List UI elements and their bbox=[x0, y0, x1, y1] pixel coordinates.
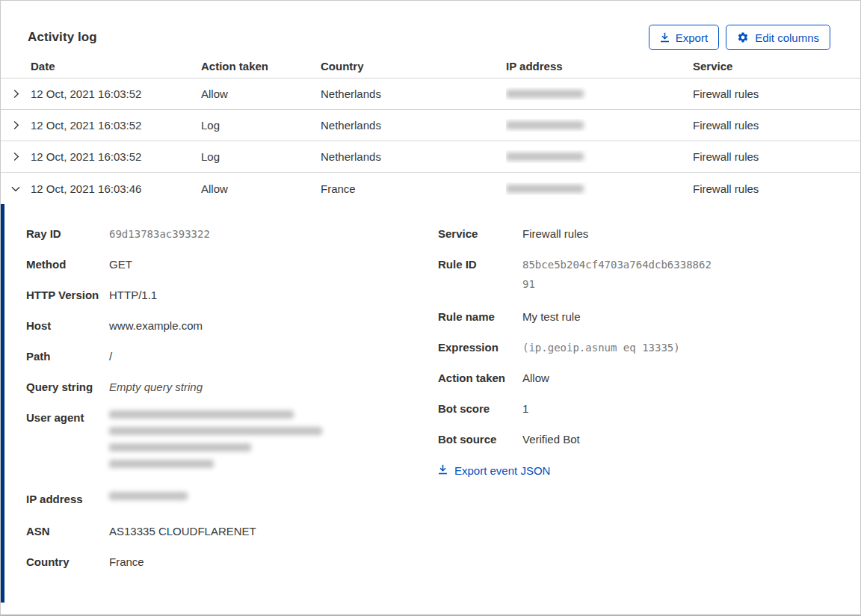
date-cell: 12 Oct, 2021 16:03:52 bbox=[31, 87, 201, 100]
detail-value: Empty query string bbox=[109, 380, 203, 395]
country-cell: France bbox=[321, 182, 506, 195]
country-cell: Netherlands bbox=[321, 87, 506, 100]
detail-label: Path bbox=[26, 349, 109, 364]
gear-icon bbox=[737, 31, 749, 43]
detail-value: Allow bbox=[522, 371, 549, 386]
detail-row: ASNAS13335 CLOUDFLARENET bbox=[26, 524, 385, 539]
page-title: Activity log bbox=[28, 30, 97, 45]
expand-row-button[interactable] bbox=[9, 182, 22, 195]
chevron-right-icon bbox=[11, 152, 21, 161]
detail-value: HTTP/1.1 bbox=[109, 288, 157, 303]
edit-columns-button[interactable]: Edit columns bbox=[726, 25, 830, 50]
export-event-json-label: Export event JSON bbox=[454, 464, 550, 477]
detail-label: IP address bbox=[26, 492, 109, 507]
redacted-line bbox=[109, 443, 251, 452]
redacted-value bbox=[109, 410, 322, 476]
detail-row: MethodGET bbox=[26, 257, 385, 272]
ip-address-cell bbox=[506, 182, 693, 195]
ip-address-cell bbox=[506, 150, 693, 163]
redacted-line bbox=[109, 427, 322, 435]
ip-address-cell bbox=[506, 87, 693, 100]
redacted-line bbox=[109, 460, 214, 468]
detail-row: Action takenAllow bbox=[438, 371, 845, 386]
chevron-right-icon bbox=[11, 89, 21, 99]
detail-value: Firewall rules bbox=[522, 227, 588, 241]
service-cell: Firewall rules bbox=[693, 87, 860, 100]
detail-label: Expression bbox=[438, 340, 522, 355]
detail-left-column: Ray ID69d13783ac393322MethodGETHTTP Vers… bbox=[26, 227, 385, 585]
date-cell: 12 Oct, 2021 16:03:52 bbox=[31, 119, 201, 132]
detail-value: / bbox=[109, 349, 112, 364]
column-header-action: Action taken bbox=[201, 60, 321, 73]
detail-row: User agent bbox=[26, 410, 385, 476]
edit-columns-button-label: Edit columns bbox=[755, 31, 819, 44]
detail-label: Service bbox=[438, 227, 522, 241]
redacted-ip bbox=[506, 153, 584, 161]
chevron-down-icon bbox=[10, 184, 21, 194]
detail-label: User agent bbox=[26, 410, 109, 425]
detail-value: France bbox=[109, 555, 144, 570]
detail-value: My test rule bbox=[522, 309, 581, 324]
service-cell: Firewall rules bbox=[693, 182, 860, 195]
detail-label: Bot score bbox=[438, 401, 522, 416]
table-row[interactable]: 12 Oct, 2021 16:03:52 Log Netherlands Fi… bbox=[1, 141, 860, 173]
redacted-value bbox=[109, 492, 188, 508]
action-taken-cell: Allow bbox=[201, 87, 321, 100]
detail-value: 1 bbox=[522, 401, 528, 416]
header: Activity log Export Edit columns bbox=[1, 1, 860, 55]
expand-row-button[interactable] bbox=[10, 150, 22, 163]
date-cell: 12 Oct, 2021 16:03:52 bbox=[31, 150, 201, 163]
date-cell: 12 Oct, 2021 16:03:46 bbox=[31, 182, 201, 195]
detail-row: Hostwww.example.com bbox=[26, 318, 385, 333]
export-button[interactable]: Export bbox=[649, 25, 719, 50]
detail-label: Query string bbox=[26, 380, 109, 395]
redacted-ip bbox=[506, 185, 584, 193]
detail-value: Verified Bot bbox=[522, 432, 580, 447]
country-cell: Netherlands bbox=[321, 150, 506, 163]
export-event-json-link[interactable]: Export event JSON bbox=[438, 464, 550, 477]
column-header-service: Service bbox=[693, 60, 860, 73]
expand-row-button[interactable] bbox=[10, 119, 22, 132]
redacted-ip bbox=[506, 90, 584, 98]
column-header-ip-address: IP address bbox=[506, 60, 693, 73]
detail-row: Rule nameMy test rule bbox=[438, 309, 845, 324]
detail-label: Method bbox=[26, 257, 109, 272]
table-row[interactable]: 12 Oct, 2021 16:03:52 Allow Netherlands … bbox=[1, 78, 860, 110]
detail-row: Bot score1 bbox=[438, 401, 845, 416]
detail-label: ASN bbox=[26, 524, 109, 539]
detail-row: IP address bbox=[26, 492, 385, 508]
export-button-label: Export bbox=[676, 31, 708, 44]
download-icon bbox=[438, 464, 448, 477]
detail-right-column: ServiceFirewall rulesRule ID85bce5b204cf… bbox=[438, 227, 845, 478]
table-row[interactable]: 12 Oct, 2021 16:03:52 Log Netherlands Fi… bbox=[1, 110, 860, 141]
table-body: 12 Oct, 2021 16:03:52 Allow Netherlands … bbox=[1, 78, 860, 204]
detail-value: 69d13783ac393322 bbox=[109, 227, 210, 241]
expand-row-button[interactable] bbox=[10, 87, 22, 100]
detail-label: HTTP Version bbox=[26, 288, 109, 303]
detail-row: Bot sourceVerified Bot bbox=[438, 432, 845, 447]
service-cell: Firewall rules bbox=[693, 150, 860, 163]
detail-label: Host bbox=[26, 318, 109, 333]
toolbar: Export Edit columns bbox=[649, 25, 830, 50]
action-taken-cell: Log bbox=[201, 150, 321, 163]
detail-label: Rule name bbox=[438, 309, 522, 324]
table-header-row: Date Action taken Country IP address Ser… bbox=[1, 55, 860, 78]
detail-row: CountryFrance bbox=[26, 555, 385, 570]
detail-row: Expression(ip.geoip.asnum eq 13335) bbox=[438, 340, 845, 355]
detail-row: Rule ID85bce5b204cf4703a764dcb633886291 bbox=[438, 257, 845, 294]
column-header-country: Country bbox=[321, 60, 506, 73]
detail-label: Action taken bbox=[438, 371, 522, 386]
table-row[interactable]: 12 Oct, 2021 16:03:46 Allow France Firew… bbox=[1, 173, 860, 204]
service-cell: Firewall rules bbox=[693, 119, 860, 132]
detail-label: Country bbox=[26, 555, 109, 570]
country-cell: Netherlands bbox=[321, 119, 506, 132]
download-icon bbox=[660, 32, 670, 43]
detail-label: Ray ID bbox=[26, 227, 109, 241]
detail-label: Bot source bbox=[438, 432, 522, 447]
detail-row: Ray ID69d13783ac393322 bbox=[26, 227, 385, 241]
chevron-right-icon bbox=[11, 120, 21, 130]
redacted-line bbox=[109, 410, 294, 419]
action-taken-cell: Log bbox=[201, 119, 321, 132]
detail-value: (ip.geoip.asnum eq 13335) bbox=[522, 340, 680, 355]
detail-label: Rule ID bbox=[438, 257, 522, 272]
